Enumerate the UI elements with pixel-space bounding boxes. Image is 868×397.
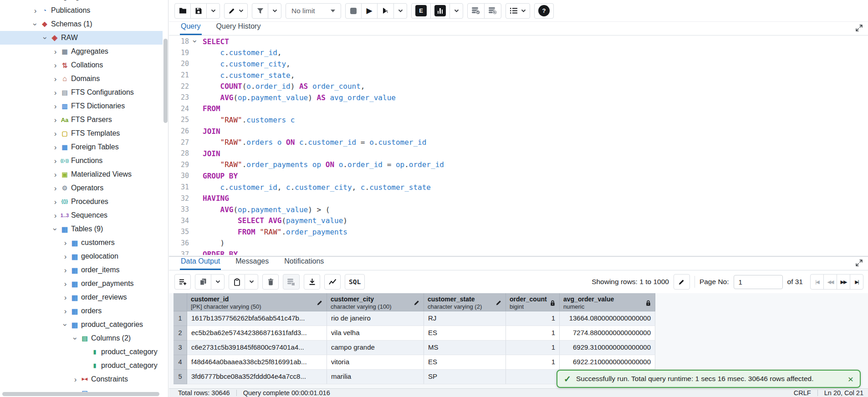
next-page-button[interactable]: ▶▶ (837, 274, 850, 290)
column-header-customer_city[interactable]: customer_citycharacter varying (100) (327, 293, 424, 311)
close-notification-button[interactable]: × (848, 374, 853, 384)
cell-order_count[interactable]: 1 (506, 341, 560, 355)
cell-customer_id[interactable]: c6e2731c5b391845f6800c97401a4... (187, 341, 327, 355)
column-header-avg_order_value[interactable]: avg_order_valuenumeric (560, 293, 655, 311)
tree-item-fts-dictionaries[interactable]: ›▥FTS Dictionaries (0, 99, 163, 113)
tree-item-columns-2[interactable]: ›▤Columns (2) (0, 331, 163, 345)
rollback-button[interactable] (484, 3, 501, 19)
open-file-button[interactable] (174, 3, 191, 19)
row-limit-select[interactable]: No limit (286, 3, 341, 19)
chevron-right-icon[interactable]: › (51, 212, 60, 219)
cell-customer_city[interactable]: campo grande (327, 341, 424, 355)
tree-item-publications[interactable]: ›◔Publications (0, 4, 163, 17)
tree-item-schemas-1[interactable]: ›❖Schemas (1) (0, 17, 163, 31)
tree-item-sequences[interactable]: ›1..3Sequences (0, 209, 163, 222)
page-number-input[interactable] (734, 275, 783, 289)
output-expand-button[interactable] (856, 260, 863, 266)
row-number[interactable]: 2 (174, 326, 187, 341)
tab-notifications[interactable]: Notifications (283, 257, 325, 270)
tab-messages[interactable]: Messages (235, 257, 270, 270)
tree-item-constraints[interactable]: ›▶◀Constraints (0, 372, 163, 386)
tree-item-fts-configurations[interactable]: ›▤FTS Configurations (0, 86, 163, 99)
chevron-right-icon[interactable]: › (61, 266, 70, 274)
chevron-right-icon[interactable]: › (51, 75, 60, 83)
cell-avg_order_value[interactable]: 13664.0800000000000000 (560, 311, 655, 326)
chevron-right-icon[interactable]: › (51, 171, 60, 178)
tree-item-operators[interactable]: ›⚙Operators (0, 181, 163, 195)
tree-item-orders[interactable]: ›▦orders (0, 304, 163, 318)
explain-options-button[interactable] (449, 3, 463, 19)
chevron-right-icon[interactable]: › (51, 130, 60, 137)
chevron-right-icon[interactable]: › (61, 253, 70, 260)
copy-button[interactable] (195, 274, 211, 290)
cell-customer_id[interactable]: 3fd6777bbce08a352fddd04e4a7cc8... (187, 370, 327, 384)
row-number[interactable]: 1 (174, 311, 187, 326)
chevron-down-icon[interactable]: › (31, 20, 39, 29)
explain-analyze-button[interactable] (430, 3, 450, 19)
chevron-right-icon[interactable]: › (61, 239, 70, 247)
tree-item-languages[interactable]: ›☰Languages (0, 0, 163, 4)
select-all-corner[interactable] (174, 293, 187, 311)
tree-item-functions[interactable]: ›{(≡)}Functions (0, 154, 163, 168)
save-data-button[interactable] (283, 274, 300, 290)
cell-customer_state[interactable]: MS (424, 341, 506, 355)
chevron-down-icon[interactable]: › (61, 321, 69, 329)
fold-marker-icon[interactable]: › (191, 39, 199, 44)
prev-page-button[interactable]: ◀◀ (823, 274, 837, 290)
cell-customer_state[interactable]: SP (424, 370, 506, 384)
chevron-right-icon[interactable]: › (51, 198, 60, 206)
chevron-right-icon[interactable]: › (51, 102, 60, 110)
execute-button[interactable]: ▶ (361, 3, 378, 19)
download-button[interactable] (304, 274, 320, 290)
tree-item-product-category[interactable]: ›▮product_category (0, 359, 163, 372)
tree-item-geolocation[interactable]: ›▦geolocation (0, 249, 163, 263)
save-options-button[interactable] (206, 3, 220, 19)
chevron-right-icon[interactable]: › (31, 7, 40, 15)
add-row-button[interactable] (174, 274, 191, 290)
save-file-button[interactable] (190, 3, 207, 19)
chevron-right-icon[interactable]: › (61, 294, 70, 301)
edit-button[interactable] (224, 3, 248, 19)
stop-button[interactable] (345, 3, 362, 19)
cell-customer_city[interactable]: vitoria (327, 355, 424, 370)
tree-item-aggregates[interactable]: ›▦Aggregates (0, 45, 163, 58)
chevron-right-icon[interactable]: › (51, 157, 60, 165)
column-header-customer_id[interactable]: customer_id[PK] character varying (50) (187, 293, 327, 311)
tree-item-product-categories[interactable]: ›▦product_categories (0, 318, 163, 331)
tree-item-materialized-views[interactable]: ›▣Materialized Views (0, 168, 163, 181)
tree-item-domains[interactable]: ›⌂Domains (0, 72, 163, 86)
chevron-right-icon[interactable]: › (61, 280, 70, 288)
paste-options-button[interactable] (245, 274, 258, 290)
chevron-right-icon[interactable]: › (31, 0, 40, 1)
cell-customer_city[interactable]: vila velha (327, 326, 424, 341)
chevron-right-icon[interactable]: › (71, 376, 80, 383)
cell-customer_id[interactable]: f48d464a0baaea338cb25f816991ab... (187, 355, 327, 370)
edit-range-button[interactable] (674, 274, 690, 290)
copy-options-button[interactable] (211, 274, 225, 290)
sql-button[interactable]: SQL (345, 274, 365, 290)
tree-item-customers[interactable]: ›▦customers (0, 236, 163, 249)
first-page-button[interactable]: |◀ (810, 274, 824, 290)
tree-item-raw[interactable]: ›◈RAW (0, 31, 163, 45)
cell-customer_state[interactable]: RJ (424, 311, 506, 326)
chevron-right-icon[interactable]: › (51, 143, 60, 151)
cell-avg_order_value[interactable]: 6929.3100000000000000 (560, 341, 655, 355)
last-page-button[interactable]: ▶| (850, 274, 863, 290)
column-header-customer_state[interactable]: customer_statecharacter varying (2) (424, 293, 506, 311)
cell-customer_id[interactable]: 1617b1357756262bfa56ab541c47b... (187, 311, 327, 326)
sidebar-vertical-scrollbar[interactable] (163, 39, 168, 123)
execute-from-cursor-button[interactable] (377, 3, 394, 19)
cell-customer_city[interactable]: marilia (327, 370, 424, 384)
column-header-order_count[interactable]: order_countbigint (506, 293, 560, 311)
cell-order_count[interactable] (506, 370, 560, 384)
row-number[interactable]: 3 (174, 341, 187, 355)
tab-data-output[interactable]: Data Output (180, 257, 221, 270)
tree-item-fts-parsers[interactable]: ›AaFTS Parsers (0, 113, 163, 127)
macros-button[interactable] (505, 3, 530, 19)
chevron-right-icon[interactable]: › (51, 48, 60, 56)
row-number[interactable]: 5 (174, 370, 187, 384)
row-number[interactable]: 4 (174, 355, 187, 370)
cell-customer_id[interactable]: ec5b2ba62e574342386871631fafd3... (187, 326, 327, 341)
tree-item-order-payments[interactable]: ›▦order_payments (0, 277, 163, 290)
sql-editor[interactable]: 18›SELECT19 c.customer_id,20 c.customer_… (169, 36, 868, 255)
